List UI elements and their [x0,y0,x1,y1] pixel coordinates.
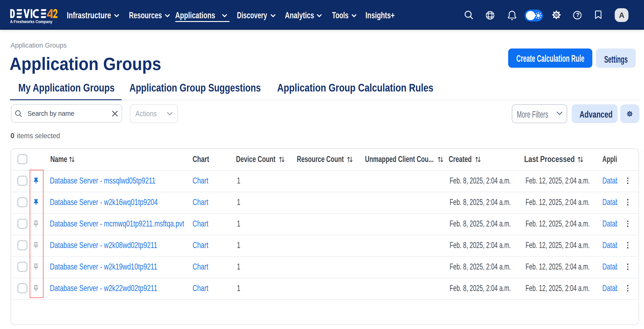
svg-text:A Freshworks Company: A Freshworks Company [10,19,52,24]
